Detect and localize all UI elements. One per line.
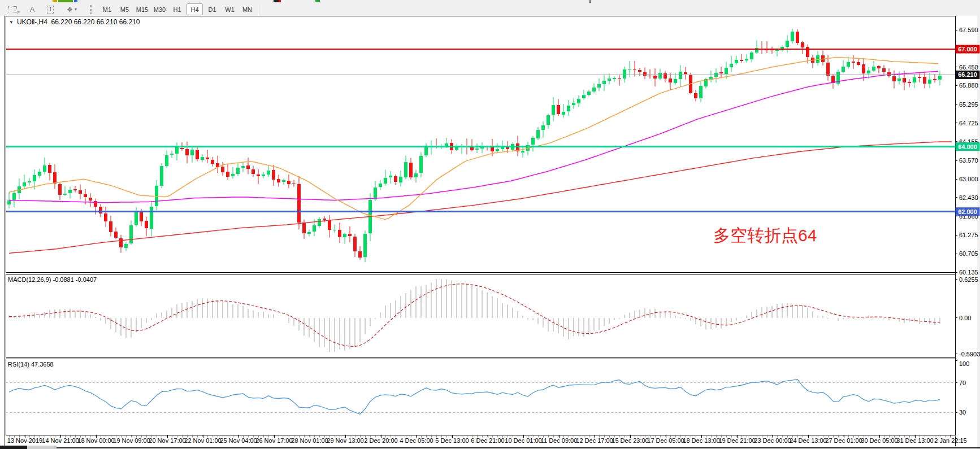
rsi-indicator-label: RSI(14) 47.3658 [8, 361, 54, 368]
price-line-label: 64.000 [958, 143, 977, 150]
rsi-tick-label: 30 [959, 409, 966, 416]
price-line-label: 67.000 [958, 46, 977, 53]
price-tick-label: 63.570 [959, 157, 978, 164]
time-scale[interactable]: 13 Nov 201914 Nov 21:0018 Nov 00:0019 No… [7, 435, 967, 444]
time-tick-label: 28 Nov 01:00 [291, 437, 328, 444]
price-tick-label: 66.450 [959, 64, 978, 71]
price-tick-label: 62.430 [959, 194, 978, 201]
rsi-tick-label: 70 [959, 380, 966, 386]
chart-area[interactable]: 67.59066.45065.88065.29564.72564.15563.5… [0, 0, 980, 449]
price-tick-label: 65.880 [959, 82, 978, 89]
time-tick-label: 25 Nov 04:00 [220, 437, 257, 444]
mt4-chart-window: F A T ❖ ▾ M1M5M15M30H1H4D1W1MN 67.59066.… [0, 0, 980, 449]
time-tick-label: 27 Dec 01:00 [825, 437, 862, 444]
time-tick-label: 17 Dec 05:00 [647, 437, 684, 444]
symbol-dropdown-icon[interactable]: ▼ [9, 20, 14, 25]
panel-divider-rsi[interactable] [6, 357, 955, 359]
ohlc-values: 66.220 66.220 66.210 66.210 [51, 18, 140, 26]
price-tick-label: 67.590 [959, 27, 978, 33]
time-tick-label: 15 Dec 23:00 [612, 437, 648, 444]
time-tick-label: 6 Dec 21:00 [471, 437, 504, 444]
price-line-label: 62.000 [958, 208, 977, 215]
price-line-label: 66.210 [958, 71, 977, 78]
macd-tick-label: 0.6255 [959, 276, 978, 283]
price-tick-label: 61.275 [959, 232, 978, 238]
macd-tick-label: -0.5903 [959, 351, 980, 358]
time-tick-label: 19 Dec 21:00 [718, 437, 755, 444]
time-tick-label: 12 Dec 17:00 [576, 437, 613, 444]
price-tick-label: 65.295 [959, 101, 978, 108]
time-tick-label: 4 Dec 05:00 [400, 437, 433, 444]
bottom-window-strip [0, 446, 980, 449]
time-tick-label: 30 Dec 05:00 [861, 437, 897, 444]
time-tick-label: 22 Nov 01:00 [184, 437, 221, 444]
price-tick-label: 63.000 [959, 176, 978, 182]
panel-divider-macd[interactable] [6, 272, 955, 274]
time-tick-label: 14 Nov 21:00 [42, 437, 79, 444]
time-tick-label: 11 Dec 09:00 [541, 437, 578, 444]
time-tick-label: 18 Dec 13:00 [683, 437, 719, 444]
time-tick-label: 26 Nov 17:00 [255, 437, 292, 444]
time-tick-label: 2 Jan 22:15 [934, 437, 967, 444]
time-tick-label: 5 Dec 13:00 [435, 437, 469, 444]
time-tick-label: 29 Nov 13:00 [327, 437, 363, 444]
time-tick-label: 18 Nov 00:00 [77, 437, 114, 444]
macd-tick-label: 0.00 [959, 315, 971, 321]
time-tick-label: 20 Nov 17:00 [149, 437, 185, 444]
time-tick-label: 13 Nov 2019 [7, 437, 42, 444]
macd-indicator-label: MACD(12,26,9) -0.0881 -0.0407 [8, 276, 97, 283]
chart-text-annotation: 多空转折点64 [713, 226, 817, 245]
chart-title: ▼UKOil-,H4 66.220 66.220 66.210 66.210 [9, 18, 140, 26]
time-tick-label: 2 Dec 20:00 [364, 437, 397, 444]
price-tick-label: 60.705 [959, 250, 978, 257]
time-tick-label: 10 Dec 01:00 [505, 437, 541, 444]
time-tick-label: 23 Dec 00:00 [754, 437, 791, 444]
price-tick-label: 60.135 [959, 269, 978, 276]
time-tick-label: 31 Dec 13:00 [896, 437, 933, 444]
rsi-tick-label: 100 [959, 360, 969, 367]
time-tick-label: 24 Dec 13:00 [790, 437, 826, 444]
symbol-timeframe-label: UKOil-,H4 [17, 18, 47, 26]
time-tick-label: 19 Nov 09:00 [113, 437, 150, 444]
price-tick-label: 64.725 [959, 120, 978, 127]
